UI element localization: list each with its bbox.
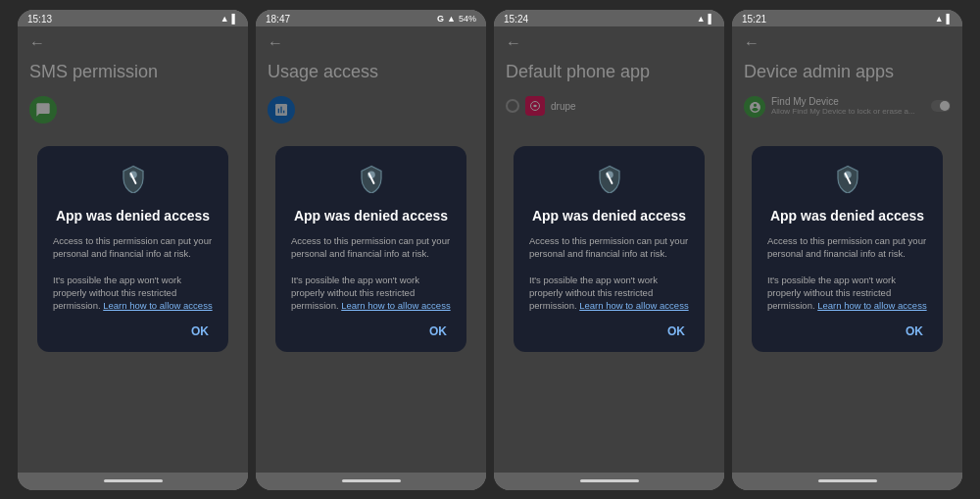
nav-bar-line-3: [580, 479, 639, 482]
wifi-icon-3: ▲: [697, 14, 706, 24]
dialog-3: App was denied access Access to this per…: [514, 146, 705, 353]
status-bar-4: 15:21 ▲ ▌: [732, 10, 962, 26]
dialog-1: App was denied access Access to this per…: [37, 146, 228, 353]
shield-icon-2: [357, 164, 386, 193]
screen-content-1: ← SMS permission App was denied access A…: [18, 26, 248, 473]
battery-2: 54%: [459, 14, 476, 24]
status-icons-3: ▲ ▌: [697, 14, 714, 24]
dialog-overlay-1: App was denied access Access to this per…: [18, 26, 248, 473]
time-1: 15:13: [27, 14, 52, 25]
dialog-shield-2: [291, 164, 451, 197]
dialog-body-2: Access to this permission can put your p…: [291, 234, 451, 313]
nav-bar-3: [494, 473, 724, 490]
dialog-title-3: App was denied access: [529, 207, 689, 225]
phone-screen-2: 18:47 G ▲ 54% ← Usage access: [256, 10, 486, 490]
signal-icon-1: ▌: [232, 14, 238, 24]
nav-bar-4: [732, 473, 962, 490]
ok-button-3[interactable]: OK: [663, 323, 689, 340]
dialog-footer-2: OK: [291, 322, 451, 340]
ok-button-2[interactable]: OK: [425, 323, 451, 340]
dialog-body-3: Access to this permission can put your p…: [529, 234, 689, 313]
time-4: 15:21: [742, 14, 766, 25]
screen-content-2: ← Usage access App was denied access Acc…: [256, 26, 486, 473]
dialog-2: App was denied access Access to this per…: [275, 146, 466, 353]
ok-button-4[interactable]: OK: [902, 323, 927, 340]
dialog-footer-4: OK: [767, 322, 927, 340]
dialog-shield-4: [767, 164, 927, 197]
dialog-overlay-2: App was denied access Access to this per…: [256, 26, 486, 473]
dialog-footer-1: OK: [53, 322, 213, 340]
nav-bar-line-1: [104, 479, 163, 482]
dialog-title-4: App was denied access: [767, 207, 927, 225]
dialog-body-1: Access to this permission can put your p…: [53, 234, 213, 313]
shield-icon-3: [595, 164, 624, 193]
signal-icon-4: ▌: [947, 14, 953, 24]
g-icon-2: G: [437, 14, 444, 24]
wifi-icon-2: ▲: [447, 14, 456, 24]
status-icons-2: G ▲ 54%: [437, 14, 476, 24]
time-2: 18:47: [266, 14, 290, 25]
signal-icon-3: ▌: [709, 14, 714, 24]
phone-screen-3: 15:24 ▲ ▌ ← Default phone app drupe: [494, 10, 724, 490]
dialog-footer-3: OK: [529, 322, 689, 340]
nav-bar-line-2: [342, 479, 401, 482]
status-bar-2: 18:47 G ▲ 54%: [256, 10, 486, 26]
wifi-icon-1: ▲: [220, 14, 229, 24]
wifi-icon-4: ▲: [935, 14, 944, 24]
status-bar-3: 15:24 ▲ ▌: [494, 10, 724, 26]
learn-link-2[interactable]: Learn how to allow access: [341, 300, 450, 311]
learn-link-1[interactable]: Learn how to allow access: [103, 300, 212, 311]
nav-bar-1: [18, 473, 248, 490]
nav-bar-2: [256, 473, 486, 490]
dialog-overlay-4: App was denied access Access to this per…: [732, 26, 962, 473]
shield-icon-1: [119, 164, 148, 193]
screen-content-3: ← Default phone app drupe App was denied…: [494, 26, 724, 473]
learn-link-3[interactable]: Learn how to allow access: [579, 300, 688, 311]
ok-button-1[interactable]: OK: [187, 323, 213, 340]
phone-screen-4: 15:21 ▲ ▌ ← Device admin apps Find My De…: [732, 10, 962, 490]
dialog-shield-3: [529, 164, 689, 197]
nav-bar-line-4: [818, 479, 877, 482]
phone-screen-1: 15:13 ▲ ▌ ← SMS permission App w: [18, 10, 248, 490]
dialog-title-2: App was denied access: [291, 207, 451, 225]
screen-content-4: ← Device admin apps Find My Device Allow…: [732, 26, 962, 473]
status-icons-4: ▲ ▌: [935, 14, 953, 24]
status-bar-1: 15:13 ▲ ▌: [18, 10, 248, 26]
shield-icon-4: [833, 164, 862, 193]
status-icons-1: ▲ ▌: [220, 14, 238, 24]
dialog-body-4: Access to this permission can put your p…: [767, 234, 927, 313]
learn-link-4[interactable]: Learn how to allow access: [817, 300, 926, 311]
dialog-shield-1: [53, 164, 213, 197]
dialog-overlay-3: App was denied access Access to this per…: [494, 26, 724, 473]
dialog-4: App was denied access Access to this per…: [752, 146, 943, 353]
dialog-title-1: App was denied access: [53, 207, 213, 225]
time-3: 15:24: [504, 14, 528, 25]
